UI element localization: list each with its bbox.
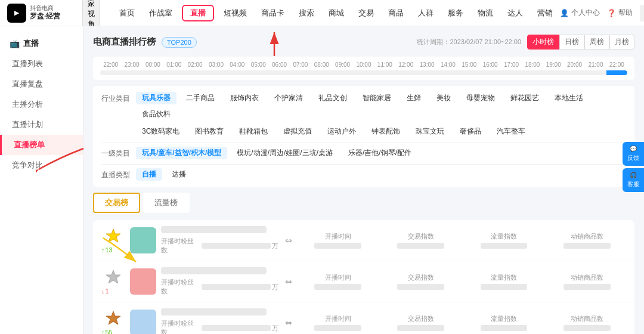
metric-flow-label-2: 流量指数 [465, 273, 543, 282]
nav-trade[interactable]: 交易 [351, 0, 381, 26]
nav-logistics[interactable]: 物流 [470, 0, 500, 26]
nav-mall[interactable]: 商城 [321, 0, 351, 26]
rank-info-3: 开播时粉丝数 万 [161, 308, 278, 334]
nav-search[interactable]: 搜索 [292, 0, 321, 26]
metric-trade-1: 交易指数 [382, 232, 460, 249]
tag-books[interactable]: 图书教育 [189, 125, 230, 138]
tab-hourly[interactable]: 小时榜 [527, 35, 559, 50]
metric-goods-2: 动销商品数 [548, 273, 626, 290]
hour-0800: 08:00 [311, 61, 332, 68]
tag-fresh[interactable]: 生鲜 [401, 92, 427, 104]
personal-center-link[interactable]: 👤 个人中心 [560, 8, 600, 18]
hour-1800: 18:00 [522, 61, 543, 68]
tab-daily[interactable]: 日榜 [559, 35, 584, 50]
metric-flow-label-3: 流量指数 [465, 314, 543, 323]
tag-flowers[interactable]: 鲜花园艺 [504, 92, 545, 104]
help-link[interactable]: ❓ 帮助 [607, 8, 633, 18]
rank-change-1: ↑13 [101, 246, 125, 253]
tag-instrument[interactable]: 乐器/吉他/钢琴/配件 [342, 147, 417, 159]
fans-unit-3: 万 [272, 324, 278, 333]
tag-sports[interactable]: 运动户外 [321, 125, 362, 138]
tag-auto[interactable]: 汽车整车 [491, 125, 531, 138]
page-title: 电商直播排行榜 [93, 36, 156, 48]
logo-sub: 抖音电商 [30, 5, 60, 12]
industry-filter-label: 行业类目 [101, 92, 131, 104]
nav-marketing[interactable]: 营销 [530, 0, 560, 26]
fans-val-2 [202, 284, 270, 290]
tag-watches[interactable]: 钟表配饰 [366, 125, 406, 138]
rank-badge-1 [105, 228, 122, 245]
industry-filter-tags2: 3C数码家电 图书教育 鞋靴箱包 虚拟充值 运动户外 钟表配饰 珠宝文玩 奢侈品… [136, 125, 531, 138]
feedback-icon: 💬 [630, 146, 637, 152]
metric-flow-2: 流量指数 [465, 273, 543, 290]
industry-filter-row: 行业类目 玩具乐器 二手商品 服饰内衣 个护家清 礼品文创 智能家居 生鲜 美妆… [101, 92, 626, 120]
sidebar-item-anchor[interactable]: 主播分析 [0, 94, 83, 115]
service-button[interactable]: 🎧 客服 [623, 168, 644, 192]
tag-luxury[interactable]: 奢侈品 [454, 125, 487, 138]
tag-figure[interactable]: 模玩/动漫/周边/娃圈/三坑/桌游 [231, 147, 339, 159]
tag-secondhand[interactable]: 二手商品 [180, 92, 221, 104]
tag-personal[interactable]: 个护家清 [268, 92, 309, 104]
tag-maternity[interactable]: 母婴宠物 [460, 92, 501, 104]
nav-shortvideo[interactable]: 短视频 [216, 0, 254, 26]
fans-row-1: 开播时粉丝数 万 [161, 237, 278, 255]
timeline-track[interactable] [100, 70, 627, 75]
tab-weekly[interactable]: 周榜 [584, 35, 609, 50]
expand-icon-3[interactable]: ⇔ [283, 318, 294, 327]
tag-toys[interactable]: 玩具乐器 [136, 92, 177, 104]
feedback-button[interactable]: 💬 反馈 [623, 142, 644, 166]
hour-1900: 19:00 [543, 61, 564, 68]
tag-virtual[interactable]: 虚拟充值 [277, 125, 318, 138]
tag-3c[interactable]: 3C数码家电 [136, 125, 185, 138]
sidebar-item-replay[interactable]: 直播复盘 [0, 74, 83, 94]
nav-influencer[interactable]: 达人 [500, 0, 530, 26]
tag-selfstream[interactable]: 自播 [136, 168, 162, 181]
metric-time-val-3 [314, 325, 361, 331]
stream-type-tags: 自播 达播 [136, 168, 192, 181]
hour-1400: 14:00 [438, 61, 459, 68]
nav-product[interactable]: 商品 [381, 0, 411, 26]
expand-icon-1[interactable]: ⇔ [283, 236, 294, 245]
nav-studio[interactable]: 作战室 [142, 0, 179, 26]
tag-gifts[interactable]: 礼品文创 [312, 92, 353, 104]
avatar-3 [130, 310, 156, 334]
nav-product-card[interactable]: 商品卡 [254, 0, 292, 26]
svg-marker-5 [106, 311, 120, 324]
rank-tab-group: 交易榜 流量榜 [93, 193, 634, 213]
hour-0200: 02:00 [184, 61, 205, 68]
tag-smarthome[interactable]: 智能家居 [357, 92, 397, 104]
sidebar-item-list[interactable]: 直播列表 [0, 54, 83, 74]
sidebar-item-competition[interactable]: 竞争对比 [0, 155, 83, 175]
tag-food[interactable]: 食品饮料 [136, 108, 177, 120]
metric-goods-val-2 [564, 284, 611, 290]
sidebar: 📺 直播 直播列表 直播复盘 主播分析 直播计划 直播榜单 竞争对比 [0, 26, 83, 334]
tag-shoes[interactable]: 鞋靴箱包 [233, 125, 274, 138]
tab-flow-rank[interactable]: 流量榜 [143, 193, 190, 213]
tag-clothing[interactable]: 服饰内衣 [224, 92, 265, 104]
tag-toys-detail[interactable]: 玩具/童车/益智/积木/模型 [136, 147, 227, 159]
hour-0400: 04:00 [227, 61, 247, 68]
tab-monthly[interactable]: 月榜 [609, 35, 634, 50]
nav-live[interactable]: 直播 [182, 5, 214, 21]
nav-home[interactable]: 首页 [112, 0, 142, 26]
tab-trade-rank[interactable]: 交易榜 [93, 193, 140, 213]
sidebar-item-plan[interactable]: 直播计划 [0, 115, 83, 135]
sidebar-item-ranking[interactable]: 直播榜单 [0, 135, 83, 155]
tag-jewelry[interactable]: 珠宝文玩 [410, 125, 450, 138]
rank-name-3 [161, 308, 267, 316]
nav-crowd[interactable]: 人群 [411, 0, 441, 26]
live-icon: 📺 [10, 39, 20, 48]
metric-goods-label-2: 动销商品数 [548, 273, 626, 282]
nav-service[interactable]: 服务 [441, 0, 470, 26]
fans-label-1: 开播时粉丝数 [161, 237, 199, 255]
time-tab-group: 小时榜 日榜 周榜 月榜 [527, 35, 634, 50]
tag-beauty[interactable]: 美妆 [431, 92, 457, 104]
hour-2200-end: 22:00 [606, 61, 627, 68]
metric-goods-label-3: 动销商品数 [548, 314, 626, 323]
hour-0500: 05:00 [248, 61, 269, 68]
tag-talentstream[interactable]: 达播 [166, 168, 192, 181]
tag-local[interactable]: 本地生活 [549, 92, 589, 104]
rank-info-2: 开播时粉丝数 万 [161, 267, 278, 296]
expand-icon-2[interactable]: ⇔ [283, 277, 294, 286]
rank-name-1 [161, 226, 267, 233]
